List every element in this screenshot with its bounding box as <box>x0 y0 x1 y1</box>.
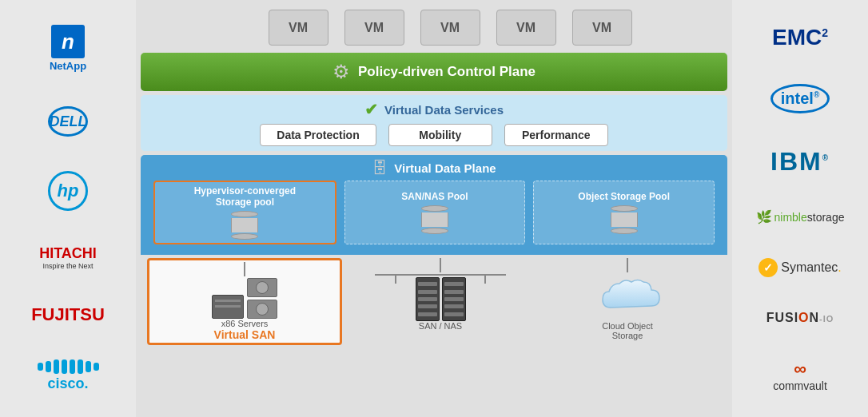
vm-row: VM VM VM VM VM <box>141 6 727 49</box>
left-sidebar: n NetApp DELL hp HITACHI Inspire the Nex… <box>0 0 136 417</box>
commvault-logo: ∞ commvault <box>773 359 827 392</box>
pool-object-storage: Object Storage Pool <box>533 181 715 244</box>
hitachi-sublabel: Inspire the Next <box>42 262 93 270</box>
center-area: VM VM VM VM VM ⚙ Policy-driven Control P… <box>136 0 732 417</box>
vsan-x86-label: x86 Servers <box>221 319 269 328</box>
vm-box-3: VM <box>420 10 480 46</box>
symantec-logo: ✓ Symantec. <box>759 258 842 277</box>
vds-header: ✔ Virtual Data Services <box>149 100 719 119</box>
data-protection-button[interactable]: Data Protection <box>260 124 376 146</box>
fujitsu-label: FUJITSU <box>31 304 105 325</box>
cloud-icon <box>591 274 663 321</box>
cisco-logo: cisco. <box>38 359 99 392</box>
vm-box-5: VM <box>572 10 632 46</box>
vsan-section: x86 Servers Virtual SAN <box>147 258 342 345</box>
pool-object-label: Object Storage Pool <box>578 191 670 202</box>
pool-hypervisor-label: Hypervisor-convergedStorage pool <box>194 185 296 208</box>
server-box <box>212 278 277 319</box>
server-unit-1 <box>212 295 244 319</box>
intel-logo: intel® <box>770 84 830 113</box>
vds-title: Virtual Data Services <box>384 103 504 117</box>
vdp-section: 🗄 Virtual Data Plane Hypervisor-converge… <box>141 155 727 412</box>
san-rack <box>416 277 466 321</box>
hitachi-logo: HITACHI Inspire the Next <box>39 245 97 270</box>
cloud-section: Cloud ObjectStorage <box>534 258 721 345</box>
vdp-pools-row: Hypervisor-convergedStorage pool SAN/NAS… <box>147 181 721 251</box>
fujitsu-logo: FUJITSU <box>31 304 105 325</box>
fusionio-logo: FUSiON-io <box>766 311 834 325</box>
netapp-label: NetApp <box>50 60 86 72</box>
hitachi-label: HITACHI <box>39 245 97 262</box>
vds-container: ✔ Virtual Data Services Data Protection … <box>141 95 727 151</box>
dell-logo: DELL <box>48 106 88 137</box>
vdp-header-bar: 🗄 Virtual Data Plane Hypervisor-converge… <box>141 155 727 255</box>
disk-unit-2 <box>247 300 277 319</box>
vm-box-1: VM <box>269 10 328 46</box>
db-icon-3 <box>611 205 638 234</box>
vds-buttons: Data Protection Mobility Performance <box>149 124 719 146</box>
netapp-logo: n NetApp <box>50 25 86 72</box>
vm-box-2: VM <box>344 10 404 46</box>
checkmark-icon: ✔ <box>364 100 378 119</box>
policy-title: Policy-driven Control Plane <box>358 64 536 80</box>
pool-sannas-label: SAN/NAS Pool <box>401 191 468 202</box>
policy-bar: ⚙ Policy-driven Control Plane <box>141 53 727 91</box>
cloud-label: Cloud ObjectStorage <box>602 321 653 340</box>
nimble-logo: 🌿 nimblestorage <box>756 209 845 224</box>
mobility-button[interactable]: Mobility <box>388 124 492 146</box>
hp-logo: hp <box>48 171 88 211</box>
vdp-title: Virtual Data Plane <box>394 161 496 175</box>
pool-hypervisor: Hypervisor-convergedStorage pool <box>153 181 336 244</box>
disk-unit-1 <box>247 278 277 297</box>
emc-logo: EMC2 <box>772 25 828 50</box>
disk-stack-icon: 🗄 <box>372 159 388 177</box>
sannas-section: SAN / NAS <box>347 258 534 345</box>
main-layout: n NetApp DELL hp HITACHI Inspire the Nex… <box>0 0 868 417</box>
vm-box-4: VM <box>496 10 556 46</box>
db-icon-1 <box>231 211 258 240</box>
performance-button[interactable]: Performance <box>504 124 608 146</box>
sannas-label: SAN / NAS <box>419 321 462 331</box>
db-icon-2 <box>421 205 448 234</box>
bottom-icons-row: x86 Servers Virtual SAN <box>141 255 727 348</box>
right-sidebar: EMC2 intel® IBM® 🌿 nimblestorage ✓ Syman… <box>732 0 868 417</box>
vsan-label: Virtual SAN <box>214 328 276 341</box>
cisco-label: cisco. <box>47 375 88 392</box>
gear-icon: ⚙ <box>332 61 350 83</box>
pool-sannas: SAN/NAS Pool <box>344 181 526 244</box>
ibm-logo: IBM® <box>770 147 830 177</box>
